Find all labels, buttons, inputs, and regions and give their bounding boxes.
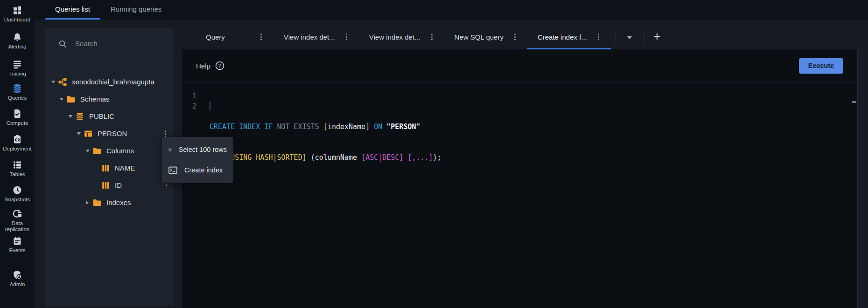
tabbar-divider xyxy=(616,32,616,44)
shield-user-icon xyxy=(12,269,22,280)
query-tab-5-active[interactable]: Create index f... xyxy=(527,26,611,49)
sidebar-item-alerting[interactable]: Alerting xyxy=(0,32,35,50)
sidebar-label: Compute xyxy=(7,120,28,126)
search-input[interactable] xyxy=(75,40,159,48)
help-icon[interactable]: ? xyxy=(215,61,224,70)
tree-label: PERSON xyxy=(98,130,127,137)
query-tab-label: New SQL query xyxy=(455,33,504,41)
folder-icon xyxy=(92,146,102,156)
sql-editor[interactable]: 1 2 CREATE INDEX IF NOT EXISTS [indexNam… xyxy=(182,82,866,183)
chevron-down-icon[interactable] xyxy=(69,115,74,118)
calendar-icon xyxy=(12,235,22,246)
menu-item-select-100-rows[interactable]: Select 100 rows xyxy=(162,139,233,160)
menu-item-label: Select 100 rows xyxy=(179,146,227,153)
menu-item-label: Create index xyxy=(184,166,223,174)
sidebar-item-data-replication[interactable]: Data replication xyxy=(0,208,35,232)
sidebar-item-dashboard[interactable]: Dashboard xyxy=(0,5,35,23)
sync-icon xyxy=(12,208,22,219)
tree-row-database[interactable]: xenodochial_brahmagupta xyxy=(45,73,174,90)
code-area[interactable]: CREATE INDEX IF NOT EXISTS [indexName] O… xyxy=(210,91,441,183)
line-number: 1 xyxy=(182,91,196,101)
tab-kebab-menu[interactable] xyxy=(259,32,263,41)
tab-label: Running queries xyxy=(111,5,161,13)
tree-label: xenodochial_brahmagupta xyxy=(72,78,154,86)
chevron-down-icon[interactable] xyxy=(86,150,91,152)
tree-row-person-table[interactable]: PERSON xyxy=(45,125,174,142)
sidebar-label: Tables xyxy=(9,171,25,178)
sidebar-label: Admin xyxy=(10,281,25,287)
tree-row-column-id[interactable]: ID xyxy=(45,177,174,194)
table-icon xyxy=(84,129,93,138)
query-tab-1[interactable]: Query xyxy=(196,26,273,49)
sidebar-item-deployment[interactable]: Deployment xyxy=(0,134,35,152)
chevron-down-icon[interactable] xyxy=(77,132,83,135)
sidebar-item-snapshots[interactable]: Snapshots xyxy=(0,185,35,203)
tree-row-schemas[interactable]: Schemas xyxy=(45,90,174,108)
tab-queries-list[interactable]: Queries list xyxy=(45,0,100,20)
rail-divider xyxy=(0,263,35,263)
tab-running-queries[interactable]: Running queries xyxy=(100,0,172,20)
sidebar-item-queries[interactable]: Queries xyxy=(0,83,35,101)
tree-label: Schemas xyxy=(80,95,110,103)
sidebar-item-tables[interactable]: Tables xyxy=(0,159,35,178)
tree-label: Indexes xyxy=(106,198,131,206)
schema-database-icon xyxy=(75,112,84,121)
dashboard-icon xyxy=(12,5,22,15)
folder-icon xyxy=(66,95,76,104)
tab-list-dropdown-button[interactable] xyxy=(621,26,638,49)
tab-kebab-menu[interactable] xyxy=(513,32,517,41)
clipboard-code-icon xyxy=(12,134,22,144)
tree-row-public-schema[interactable]: PUBLIC xyxy=(45,108,174,125)
query-editor-card: Help ? Execute 1 2 CREATE INDEX IF NOT E… xyxy=(182,49,866,308)
row-menu-dot xyxy=(166,185,167,186)
clock-icon xyxy=(12,185,22,195)
schema-explorer-panel: xenodochial_brahmagupta Schemas PUBLIC P… xyxy=(45,28,174,306)
editor-scrollbar[interactable] xyxy=(857,49,866,308)
top-tab-bar: Queries list Running queries xyxy=(35,0,868,20)
tab-kebab-menu[interactable] xyxy=(430,32,434,41)
database-icon xyxy=(12,83,22,94)
columns-icon xyxy=(101,164,110,173)
help-label: Help xyxy=(196,62,210,70)
tree-label: PUBLIC xyxy=(89,112,114,120)
indent-guide xyxy=(210,102,210,110)
query-tab-label: View index det... xyxy=(369,33,420,41)
sidebar-item-tracing[interactable]: Tracing xyxy=(0,59,35,77)
new-tab-button[interactable]: + xyxy=(648,26,666,49)
tab-kebab-menu[interactable] xyxy=(344,32,349,41)
tree-row-indexes[interactable]: Indexes xyxy=(45,194,174,211)
columns-icon xyxy=(101,181,110,190)
tabbar-divider xyxy=(643,32,644,44)
execute-button[interactable]: Execute xyxy=(799,58,843,74)
tree-row-columns[interactable]: Columns xyxy=(45,142,174,159)
chevron-down-icon xyxy=(627,36,632,39)
query-tab-2[interactable]: View index det... xyxy=(273,26,359,49)
sidebar-label: Alerting xyxy=(8,44,27,50)
plus-icon: + xyxy=(653,29,661,44)
tab-kebab-menu[interactable] xyxy=(596,32,601,41)
sidebar-item-compute[interactable]: Compute xyxy=(0,108,35,126)
lines-icon xyxy=(12,59,22,69)
tree-label: Columns xyxy=(106,147,134,155)
tree-row-column-name[interactable]: NAME xyxy=(45,159,174,177)
query-tab-bar: Query View index det... View index det..… xyxy=(182,26,863,49)
query-tab-4[interactable]: New SQL query xyxy=(444,26,527,49)
tree-label: NAME xyxy=(115,164,135,172)
sidebar-label: Deployment xyxy=(3,146,31,152)
chevron-down-icon[interactable] xyxy=(51,81,57,83)
sidebar-label: Dashboard xyxy=(4,17,30,23)
code-line-2: [USING HASH|SORTED] (columnName [ASC|DES… xyxy=(210,152,441,163)
tree-label: ID xyxy=(115,181,122,189)
query-tab-label: Query xyxy=(206,33,250,41)
overview-ruler-mark xyxy=(852,101,856,103)
chevron-right-icon[interactable] xyxy=(86,201,91,205)
sidebar-item-admin[interactable]: Admin xyxy=(0,269,35,287)
query-tab-3[interactable]: View index det... xyxy=(359,26,444,49)
menu-item-create-index[interactable]: Create index xyxy=(162,160,233,180)
sidebar-item-events[interactable]: Events xyxy=(0,235,35,253)
list-icon xyxy=(168,146,172,154)
editor-toolbar: Help ? Execute xyxy=(182,49,866,82)
chevron-down-icon[interactable] xyxy=(60,98,65,101)
cluster-icon xyxy=(58,77,67,87)
sidebar-label: Tracing xyxy=(8,71,26,77)
